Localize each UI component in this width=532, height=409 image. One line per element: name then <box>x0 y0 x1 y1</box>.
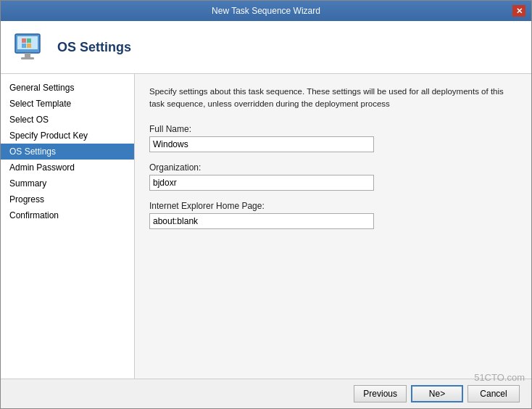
previous-button[interactable]: Previous <box>354 385 407 402</box>
close-button[interactable]: ✕ <box>512 5 525 17</box>
sidebar-item-admin-password[interactable]: Admin Password <box>1 160 134 175</box>
sidebar-item-select-template[interactable]: Select Template <box>1 96 134 112</box>
svg-rect-2 <box>25 53 30 57</box>
svg-rect-5 <box>27 38 31 43</box>
sidebar-item-specify-product-key[interactable]: Specify Product Key <box>1 128 134 144</box>
content-area: General SettingsSelect TemplateSelect OS… <box>1 74 531 379</box>
sidebar-item-summary[interactable]: Summary <box>1 175 134 191</box>
svg-rect-3 <box>21 57 34 59</box>
form-group-organization-input: Organization: <box>149 162 517 191</box>
main-panel: Specify settings about this task sequenc… <box>135 74 531 379</box>
description-text: Specify settings about this task sequenc… <box>149 86 517 111</box>
full-name-input[interactable] <box>149 136 374 152</box>
cancel-button[interactable]: Cancel <box>467 385 520 402</box>
svg-rect-7 <box>27 44 31 48</box>
sidebar-item-select-os[interactable]: Select OS <box>1 112 134 128</box>
svg-rect-4 <box>22 38 26 43</box>
sidebar-item-general-settings[interactable]: General Settings <box>1 80 134 96</box>
form-group-ie-homepage-input: Internet Explorer Home Page: <box>149 201 517 229</box>
sidebar-item-os-settings[interactable]: OS Settings <box>1 144 134 160</box>
sidebar-item-progress[interactable]: Progress <box>1 191 134 207</box>
footer: Previous Ne> Cancel <box>1 379 531 408</box>
label-full-name-input: Full Name: <box>149 124 517 134</box>
window-title: New Task Sequence Wizard <box>20 6 512 16</box>
svg-rect-6 <box>22 44 26 48</box>
sidebar-item-confirmation[interactable]: Confirmation <box>1 207 134 223</box>
next-button[interactable]: Ne> <box>411 385 463 402</box>
label-organization-input: Organization: <box>149 162 517 173</box>
wizard-window: New Task Sequence Wizard ✕ OS Settings <box>0 0 532 409</box>
header: OS Settings <box>1 21 531 74</box>
label-ie-homepage-input: Internet Explorer Home Page: <box>149 201 517 211</box>
sidebar: General SettingsSelect TemplateSelect OS… <box>1 74 135 379</box>
organization-input[interactable] <box>149 175 374 191</box>
ie-homepage-input[interactable] <box>149 213 374 229</box>
page-title: OS Settings <box>57 40 131 55</box>
form-group-full-name-input: Full Name: <box>149 124 517 152</box>
os-settings-icon <box>12 30 47 65</box>
title-bar: New Task Sequence Wizard ✕ <box>1 1 531 21</box>
